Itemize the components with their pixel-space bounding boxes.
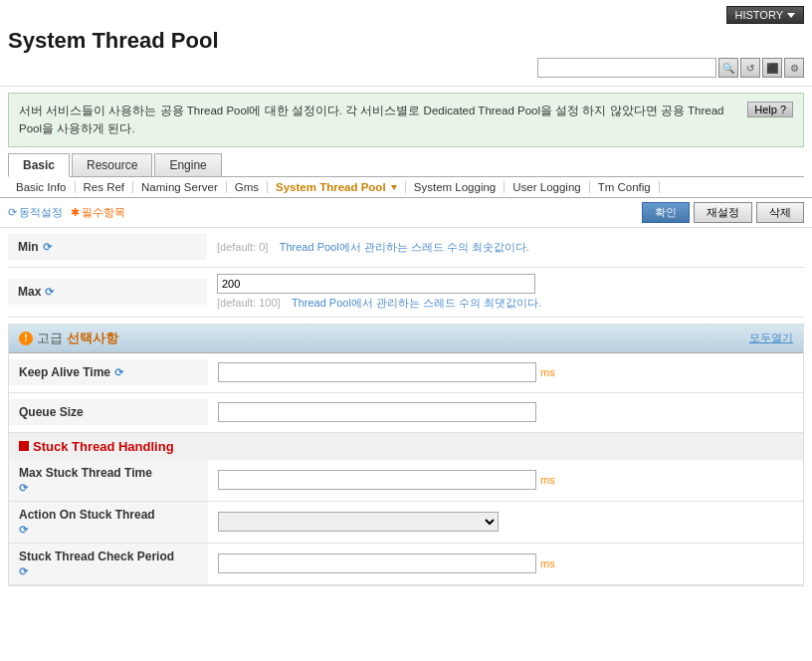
max-stuck-thread-time-value: ms	[208, 464, 803, 496]
action-stuck-refresh-icon[interactable]: ⟳	[19, 524, 28, 537]
tab-engine[interactable]: Engine	[154, 153, 221, 176]
max-refresh-icon[interactable]: ⟳	[45, 286, 54, 299]
stuck-title-text: Stuck Thread Handling	[33, 439, 174, 454]
search-bar: 🔍 ↺ ⬛ ⚙	[8, 58, 804, 78]
search-button[interactable]: 🔍	[718, 58, 738, 78]
max-default-hint: [default: 100]	[217, 297, 281, 309]
history-button[interactable]: HISTORY	[726, 6, 805, 24]
max-value: [default: 100] Thread Pool에서 관리하는 스레드 수의…	[207, 268, 804, 317]
subnav-naming-server[interactable]: Naming Server	[133, 181, 227, 193]
stuck-thread-check-period-row: Stuck Thread Check Period ⟳ ms	[9, 544, 803, 585]
subnav-user-logging[interactable]: User Logging	[505, 181, 589, 193]
subnav-system-logging[interactable]: System Logging	[406, 181, 505, 193]
history-arrow-icon	[787, 13, 795, 18]
advanced-title: ! 고급 선택사항	[19, 330, 118, 347]
stuck-thread-check-period-label: Stuck Thread Check Period ⟳	[9, 544, 208, 584]
max-row: Max ⟳ [default: 100] Thread Pool에서 관리하는 …	[8, 268, 804, 318]
stuck-check-refresh-icon[interactable]: ⟳	[19, 565, 28, 578]
tab-basic[interactable]: Basic	[8, 153, 70, 177]
tabs-container: Basic Resource Engine	[8, 153, 804, 177]
page-header: HISTORY System Thread Pool 🔍 ↺ ⬛ ⚙	[0, 0, 812, 87]
keep-alive-value: ms	[208, 356, 803, 388]
queue-size-label: Queue Size	[9, 399, 208, 425]
advanced-main-title: 선택사항	[67, 330, 118, 347]
max-desc-text: Thread Pool에서 관리하는 스레드 수의 최댓값이다.	[292, 297, 541, 309]
subnav-res-ref[interactable]: Res Ref	[76, 181, 134, 193]
description-text: 서버 서비스들이 사용하는 공용 Thread Pool에 대한 설정이다. 각…	[19, 105, 723, 134]
min-value: [default: 0] Thread Pool에서 관리하는 스레드 수의 최…	[207, 234, 804, 261]
search-input[interactable]	[537, 58, 716, 78]
max-stuck-label-text: Max Stuck Thread Time	[19, 466, 152, 480]
history-label: HISTORY	[735, 9, 784, 21]
queue-size-input[interactable]	[218, 402, 536, 422]
dynamic-setting[interactable]: ⟳ 동적설정	[8, 205, 63, 220]
max-stuck-thread-time-label: Max Stuck Thread Time ⟳	[9, 460, 208, 501]
export-button[interactable]: ⬛	[762, 58, 782, 78]
keep-alive-label: Keep Alive Time ⟳	[9, 359, 208, 385]
max-stuck-thread-time-row: Max Stuck Thread Time ⟳ ms	[9, 460, 803, 502]
toolbar: ⟳ 동적설정 ✱ 필수항목 확인 재설정 삭제	[0, 198, 812, 228]
required-icon: ✱	[71, 206, 80, 219]
stuck-thread-check-period-input[interactable]	[218, 553, 536, 573]
toolbar-right: 확인 재설정 삭제	[642, 202, 804, 223]
page-container: HISTORY System Thread Pool 🔍 ↺ ⬛ ⚙ Help …	[0, 0, 812, 586]
keep-alive-row: Keep Alive Time ⟳ ms	[9, 353, 803, 393]
queue-size-value	[208, 396, 803, 428]
stuck-title: Stuck Thread Handling	[19, 439, 793, 454]
stuck-check-label-text: Stuck Thread Check Period	[19, 550, 174, 563]
dynamic-setting-label: 동적설정	[19, 205, 63, 220]
queue-size-label-text: Queue Size	[19, 405, 84, 419]
keep-alive-refresh-icon[interactable]: ⟳	[114, 366, 123, 379]
subnav-system-thread-pool[interactable]: System Thread Pool	[268, 181, 406, 193]
stuck-header: Stuck Thread Handling	[9, 433, 803, 460]
max-label: Max ⟳	[8, 279, 207, 305]
keep-alive-label-text: Keep Alive Time	[19, 365, 110, 379]
max-stuck-refresh-icon[interactable]: ⟳	[19, 482, 28, 495]
toolbar-left: ⟳ 동적설정 ✱ 필수항목	[8, 205, 125, 220]
max-input[interactable]	[217, 274, 535, 294]
page-title: System Thread Pool	[8, 28, 804, 54]
min-default-hint: [default: 0]	[217, 241, 268, 253]
required-mark: ✱ 필수항목	[71, 205, 125, 220]
description-box: Help ? 서버 서비스들이 사용하는 공용 Thread Pool에 대한 …	[8, 93, 804, 147]
min-desc-text: Thread Pool에서 관리하는 스레드 수의 최솟값이다.	[280, 241, 529, 253]
form-section: Min ⟳ [default: 0] Thread Pool에서 관리하는 스레…	[8, 228, 804, 318]
keep-alive-input[interactable]	[218, 362, 536, 382]
advanced-section: ! 고급 선택사항 모두열기 Keep Alive Time ⟳ ms Queu…	[8, 324, 804, 586]
keep-alive-unit: ms	[540, 366, 555, 378]
min-row: Min ⟳ [default: 0] Thread Pool에서 관리하는 스레…	[8, 228, 804, 268]
required-label: 필수항목	[82, 205, 125, 220]
advanced-header: ! 고급 선택사항 모두열기	[9, 325, 803, 353]
min-label: Min ⟳	[8, 234, 207, 260]
advanced-prefix: 고급	[37, 330, 63, 347]
min-refresh-icon[interactable]: ⟳	[43, 241, 52, 254]
queue-size-row: Queue Size	[9, 393, 803, 433]
help-button[interactable]: Help ?	[747, 102, 793, 117]
max-label-text: Max	[18, 285, 41, 299]
collapse-link[interactable]: 모두열기	[749, 330, 793, 345]
action-on-stuck-thread-row: Action On Stuck Thread ⟳	[9, 502, 803, 544]
subnav-gms[interactable]: Gms	[227, 181, 268, 193]
subnav-tm-config[interactable]: Tm Config	[590, 181, 660, 193]
action-on-stuck-thread-value	[208, 506, 803, 538]
max-stuck-thread-time-input[interactable]	[218, 470, 536, 490]
subnav-basic-info[interactable]: Basic Info	[8, 181, 76, 193]
dynamic-icon: ⟳	[8, 206, 17, 219]
subnav-arrow-icon	[391, 185, 397, 190]
stuck-check-unit: ms	[540, 557, 555, 569]
max-stuck-unit: ms	[540, 474, 555, 486]
min-label-text: Min	[18, 240, 39, 254]
header-top: HISTORY	[8, 6, 804, 24]
action-on-stuck-select[interactable]	[218, 512, 499, 532]
tabs: Basic Resource Engine	[8, 153, 804, 177]
warning-icon: !	[19, 331, 33, 345]
settings-button[interactable]: ⚙	[784, 58, 804, 78]
action-on-stuck-thread-label: Action On Stuck Thread ⟳	[9, 502, 208, 543]
action-stuck-label-text: Action On Stuck Thread	[19, 508, 155, 522]
tab-resource[interactable]: Resource	[72, 153, 152, 176]
reset-button[interactable]: 재설정	[694, 202, 752, 223]
confirm-button[interactable]: 확인	[642, 202, 690, 223]
delete-button[interactable]: 삭제	[756, 202, 804, 223]
refresh-button[interactable]: ↺	[740, 58, 760, 78]
stuck-icon	[19, 441, 29, 451]
